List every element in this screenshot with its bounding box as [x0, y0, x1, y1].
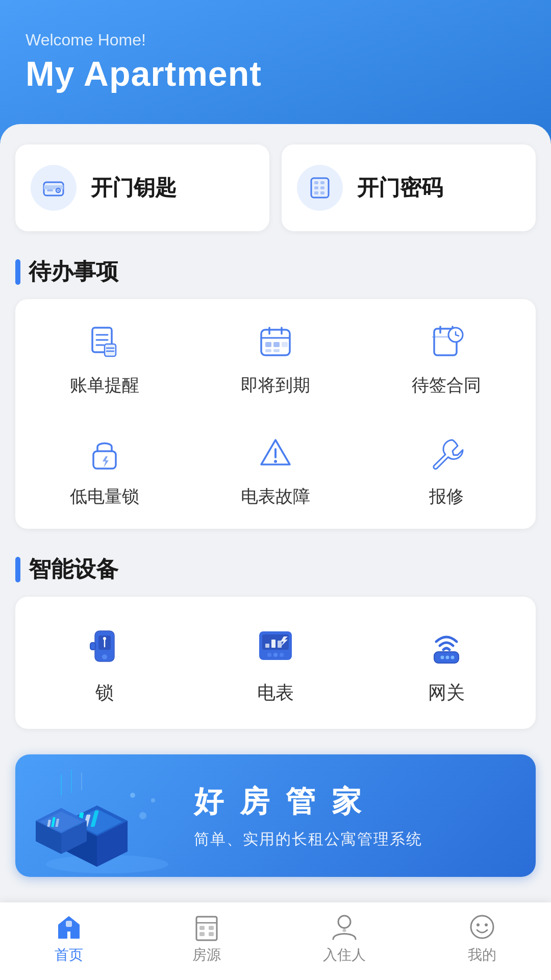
svg-rect-49	[278, 641, 282, 648]
svg-rect-24	[273, 342, 280, 347]
bill-icon	[87, 325, 122, 359]
person-nav-icon	[330, 913, 359, 941]
todo-repair-label: 报修	[429, 485, 464, 508]
svg-rect-78	[209, 932, 214, 936]
svg-point-50	[267, 653, 271, 657]
todo-expiring-soon[interactable]: 即将到期	[191, 304, 359, 412]
app-title: My Apartment	[26, 54, 525, 93]
door-code-label: 开门密码	[357, 174, 443, 202]
svg-rect-76	[209, 926, 214, 930]
home-nav-icon	[55, 913, 83, 941]
todo-contract-label: 待签合同	[412, 374, 481, 397]
banner-subtitle: 简单、实用的长租公寓管理系统	[194, 829, 515, 850]
wrench-icon	[429, 436, 464, 471]
svg-rect-4	[47, 189, 53, 191]
todo-bill-label: 账单提醒	[70, 374, 139, 397]
todo-meter-fault[interactable]: 电表故障	[191, 415, 359, 524]
device-lock-label: 锁	[95, 680, 114, 705]
warning-icon	[258, 436, 293, 471]
door-key-button[interactable]: 开门钥匙	[15, 144, 269, 231]
svg-rect-77	[199, 932, 205, 936]
svg-rect-7	[320, 181, 324, 184]
todo-bill-reminder[interactable]: 账单提醒	[20, 304, 188, 412]
svg-rect-10	[314, 191, 318, 194]
svg-rect-27	[273, 349, 280, 352]
nav-resident-label: 入住人	[323, 945, 366, 965]
battery-lock-icon	[87, 436, 122, 471]
svg-rect-5	[311, 178, 329, 198]
todo-repair[interactable]: 报修	[363, 415, 531, 524]
banner-text-area: 好 房 管 家 简单、实用的长租公寓管理系统	[189, 767, 536, 865]
nav-home-label: 首页	[55, 945, 83, 965]
svg-rect-11	[320, 191, 324, 194]
svg-rect-8	[314, 186, 318, 189]
device-lock[interactable]: 锁	[20, 602, 188, 724]
main-card: 开门钥匙 开门密码 待办事项	[0, 124, 551, 980]
nav-home[interactable]: 首页	[28, 913, 110, 965]
nav-mine-label: 我的	[468, 945, 496, 965]
todo-section-bar	[15, 259, 20, 285]
todo-battery-label: 低电量锁	[70, 485, 139, 508]
gateway-device-icon	[426, 625, 467, 666]
svg-rect-26	[265, 349, 271, 352]
lock-device-icon	[84, 625, 125, 666]
device-meter[interactable]: 电表	[191, 602, 359, 724]
svg-rect-16	[105, 344, 116, 356]
door-code-button[interactable]: 开门密码	[282, 144, 536, 231]
nav-property-label: 房源	[192, 945, 221, 965]
svg-rect-48	[271, 640, 276, 648]
svg-point-69	[130, 793, 135, 798]
svg-rect-25	[282, 342, 288, 347]
todo-low-battery[interactable]: 低电量锁	[20, 415, 188, 524]
svg-rect-23	[265, 342, 271, 347]
device-grid: 锁 电表	[15, 597, 536, 729]
calendar-icon	[258, 325, 293, 359]
todo-grid: 账单提醒 即将到期	[15, 299, 536, 529]
door-key-icon	[31, 165, 77, 211]
todo-pending-contract[interactable]: 待签合同	[363, 304, 531, 412]
svg-point-37	[274, 460, 277, 463]
svg-point-3	[58, 190, 59, 191]
svg-rect-72	[66, 921, 72, 927]
banner-illustration	[15, 754, 189, 877]
svg-point-71	[151, 798, 155, 802]
banner-title: 好 房 管 家	[194, 782, 515, 822]
svg-point-70	[139, 812, 146, 819]
svg-point-55	[441, 656, 444, 659]
door-key-label: 开门钥匙	[91, 174, 177, 202]
nav-property[interactable]: 房源	[166, 913, 247, 965]
svg-point-51	[273, 653, 278, 657]
nav-resident[interactable]: 入住人	[304, 913, 385, 965]
svg-rect-75	[199, 926, 205, 930]
contract-icon	[429, 325, 464, 359]
nav-mine[interactable]: 我的	[441, 913, 523, 965]
bottom-navigation: 首页 房源 入住人 我的	[0, 902, 551, 980]
svg-point-56	[446, 656, 449, 659]
welcome-text: Welcome Home!	[26, 31, 525, 50]
svg-rect-9	[320, 186, 324, 189]
todo-expiring-label: 即将到期	[241, 374, 310, 397]
svg-point-80	[471, 916, 493, 938]
device-section-bar	[15, 557, 20, 582]
svg-rect-44	[90, 643, 95, 650]
svg-point-43	[102, 654, 107, 659]
svg-point-57	[451, 656, 455, 659]
smiley-nav-icon	[468, 913, 496, 941]
door-code-icon	[297, 165, 343, 211]
todo-fault-label: 电表故障	[241, 485, 310, 508]
device-section-title: 智能设备	[15, 554, 536, 584]
svg-point-42	[103, 637, 106, 640]
device-gateway-label: 网关	[428, 680, 465, 705]
device-meter-label: 电表	[257, 680, 294, 705]
quick-actions: 开门钥匙 开门密码	[15, 144, 536, 231]
svg-rect-1	[44, 185, 63, 189]
building-nav-icon	[192, 913, 221, 941]
todo-section-title: 待办事项	[15, 257, 536, 287]
svg-point-79	[338, 916, 350, 928]
svg-rect-47	[265, 644, 269, 648]
svg-point-52	[280, 653, 284, 657]
svg-rect-6	[314, 181, 318, 184]
svg-point-82	[485, 923, 488, 926]
promo-banner[interactable]: 好 房 管 家 简单、实用的长租公寓管理系统	[15, 754, 536, 877]
device-gateway[interactable]: 网关	[363, 602, 531, 724]
